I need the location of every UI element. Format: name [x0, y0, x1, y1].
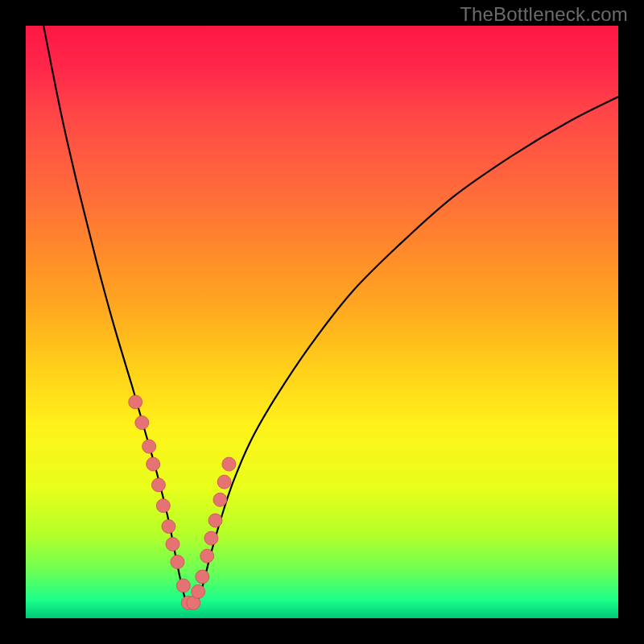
chart-overlay [0, 0, 644, 644]
data-marker [200, 549, 214, 563]
data-marker [156, 499, 170, 513]
data-marker [151, 478, 165, 492]
data-marker [142, 440, 156, 453]
markers-group [129, 395, 236, 610]
data-marker [208, 514, 222, 527]
data-marker [162, 519, 175, 533]
data-marker [129, 395, 142, 409]
data-marker [222, 457, 236, 471]
data-marker [204, 531, 218, 545]
chart-frame: TheBottleneck.com [0, 0, 644, 644]
data-marker [171, 555, 184, 569]
curve-group [43, 26, 618, 606]
watermark-text: TheBottleneck.com [460, 3, 628, 26]
data-marker [196, 570, 209, 584]
data-marker [166, 538, 180, 551]
data-marker [135, 416, 149, 430]
data-marker [217, 475, 231, 489]
data-marker [192, 584, 205, 598]
data-marker [147, 457, 160, 471]
bottleneck-curve [43, 26, 618, 606]
data-marker [213, 493, 227, 506]
data-marker [176, 579, 190, 592]
